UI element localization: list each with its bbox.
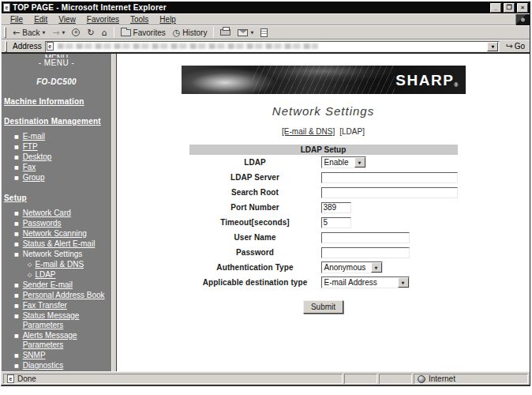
document-icon: e (7, 374, 14, 383)
back-button[interactable]: ← Back ▼ (9, 26, 48, 39)
page-icon: e (47, 42, 54, 51)
chevron-down-icon: ▼ (354, 157, 365, 167)
form-row-timeout: Timeout[seconds] (189, 215, 458, 230)
sidebar-item-group[interactable]: Group (23, 173, 45, 182)
password-input[interactable] (321, 247, 410, 258)
sidebar-item-ftp[interactable]: FTP (23, 142, 38, 152)
ie-window: e TOP PAGE - Microsoft Internet Explorer… (1, 1, 530, 386)
status-message-panel: e Done (3, 374, 343, 384)
search-root-label: Search Root (189, 188, 321, 197)
list-item: ◇E-mail & DNS (28, 260, 109, 269)
sidebar-item-network-scanning[interactable]: Network Scanning (23, 229, 87, 239)
stop-button[interactable]: × (69, 26, 83, 39)
bullet-icon: ■ (14, 239, 19, 249)
sidebar-menu-title: - MENU - (4, 58, 109, 67)
bullet-icon: ■ (14, 280, 19, 290)
toolbar-separator (213, 27, 214, 38)
go-label: Go (515, 42, 525, 51)
form-row-user-name: User Name (189, 230, 458, 245)
bullet-icon: ■ (14, 361, 19, 371)
form-row-authentication-type: Authentication Type Anonymous ▼ (189, 260, 458, 275)
minimize-button[interactable]: _ (490, 3, 501, 13)
port-number-label: Port Number (189, 203, 321, 212)
sidebar-item-email[interactable]: E-mail (23, 132, 45, 141)
bullet-icon: ■ (14, 132, 19, 141)
search-root-input[interactable] (321, 187, 458, 198)
sidebar-link-machine-information[interactable]: Machine Information (4, 97, 109, 106)
port-number-input[interactable] (321, 202, 351, 213)
sidebar-link-destination-management[interactable]: Destination Management (4, 117, 109, 126)
sidebar-item-fax-transfer[interactable]: Fax Transfer (23, 301, 67, 310)
address-input[interactable]: e ▼ (45, 41, 500, 52)
menu-help[interactable]: Help (154, 15, 182, 24)
applicable-destination-type-select[interactable]: E-mail Address ▼ (321, 276, 410, 288)
ldap-server-label: LDAP Server (189, 173, 321, 182)
addressbar-grip[interactable] (5, 41, 7, 52)
user-name-input[interactable] (321, 232, 410, 243)
refresh-button[interactable]: ↻ (84, 26, 97, 39)
stop-icon: × (72, 28, 80, 36)
menu-tools[interactable]: Tools (125, 15, 154, 24)
status-panel (344, 374, 377, 384)
favorites-button[interactable]: Favorites (118, 26, 169, 39)
forward-button[interactable]: → ▼ (49, 26, 68, 39)
security-zone-panel: Internet (414, 374, 528, 384)
bullet-icon: ■ (14, 229, 19, 239)
go-button[interactable]: ↪ Go (503, 42, 527, 51)
bullet-icon: ■ (14, 250, 19, 259)
list-item: ■Fax (14, 163, 109, 172)
subpage-links: [E-mail & DNS][LDAP] (117, 127, 530, 136)
address-dropdown-button[interactable]: ▼ (487, 42, 498, 51)
submit-button[interactable]: Submit (303, 300, 343, 314)
sidebar-item-ldap[interactable]: LDAP (35, 270, 55, 280)
list-item: ■Status & Alert E-mail (14, 239, 109, 249)
email-dns-link[interactable]: [E-mail & DNS] (282, 127, 335, 136)
list-item: ■Diagnostics (14, 361, 109, 371)
sidebar-item-alerts-message-parameters[interactable]: Alerts Message Parameters (23, 331, 109, 350)
menu-edit[interactable]: Edit (28, 15, 53, 24)
history-button[interactable]: ◷ History (170, 26, 211, 39)
setup-list: ■Network Card ■Passwords ■Network Scanni… (14, 209, 109, 259)
toolbar-grip[interactable] (4, 27, 6, 38)
sidebar-item-email-dns[interactable]: E-mail & DNS (35, 260, 84, 269)
list-item: ■SNMP (14, 351, 109, 360)
sidebar-item-diagnostics[interactable]: Diagnostics (23, 361, 64, 371)
ldap-server-input[interactable] (321, 172, 458, 183)
address-bar: Address e ▼ ↪ Go (2, 40, 530, 53)
menu-file[interactable]: File (5, 15, 28, 24)
sidebar-item-passwords[interactable]: Passwords (23, 219, 62, 228)
home-icon: ⌂ (102, 28, 107, 37)
applicable-destination-type-value: E-mail Address (322, 278, 398, 287)
sidebar-item-snmp[interactable]: SNMP (23, 351, 46, 360)
edit-button[interactable] (257, 26, 271, 39)
timeout-input[interactable] (321, 217, 351, 228)
ldap-setup-form: LDAP Setup LDAP Enable ▼ LDAP Server (189, 145, 458, 314)
sidebar-item-status-message-parameters[interactable]: Status Message Parameters (23, 311, 109, 330)
sidebar-link-setup[interactable]: Setup (4, 194, 109, 202)
sidebar-item-desktop[interactable]: Desktop (23, 152, 52, 162)
close-button[interactable]: × (517, 3, 528, 13)
title-bar: e TOP PAGE - Microsoft Internet Explorer… (2, 2, 530, 13)
edit-page-icon (260, 28, 268, 37)
mail-button[interactable]: ▼ (234, 26, 257, 39)
sidebar-item-network-card[interactable]: Network Card (23, 209, 71, 218)
mail-icon (238, 29, 248, 36)
frame-splitter[interactable] (111, 54, 117, 371)
list-item: ■FTP (14, 142, 109, 152)
restore-button[interactable]: ❐ (504, 3, 515, 13)
ldap-select[interactable]: Enable ▼ (321, 156, 366, 168)
forward-arrow-icon: → (52, 28, 59, 37)
menu-favorites[interactable]: Favorites (81, 15, 125, 24)
list-item: ■Sender E-mail (14, 280, 109, 290)
sidebar-item-status-alert-email[interactable]: Status & Alert E-mail (23, 239, 96, 249)
page-frames: - MENU - - MENU - FO-DC500 Machine Infor… (2, 53, 530, 371)
mail-dropdown-icon: ▼ (250, 30, 253, 35)
sub-bullet-icon: ◇ (28, 270, 32, 280)
sidebar-item-fax[interactable]: Fax (23, 163, 36, 172)
authentication-type-select[interactable]: Anonymous ▼ (321, 261, 383, 273)
menu-view[interactable]: View (53, 15, 81, 24)
home-button[interactable]: ⌂ (99, 26, 111, 39)
sidebar-item-sender-email[interactable]: Sender E-mail (23, 280, 73, 290)
sidebar-item-personal-address-book[interactable]: Personal Address Book (23, 291, 105, 300)
print-button[interactable] (217, 26, 234, 39)
